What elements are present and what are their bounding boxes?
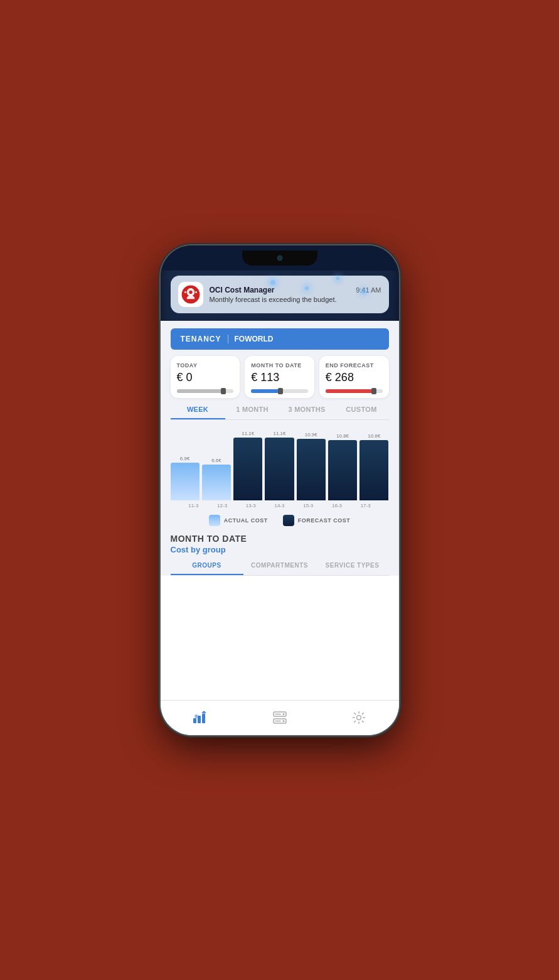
tenancy-value: FOWORLD bbox=[235, 335, 274, 343]
mtd-subtitle: Cost by group bbox=[171, 545, 389, 554]
chart-bar-16-3: 10.8€ bbox=[328, 425, 357, 500]
tab-groups[interactable]: GROUPS bbox=[171, 562, 243, 575]
bar-14-3 bbox=[265, 438, 294, 500]
app-icon bbox=[178, 282, 203, 307]
svg-rect-7 bbox=[195, 291, 197, 293]
chart-x-labels: 11-3 12-3 13-3 14-3 15-3 16-3 17-3 bbox=[181, 503, 379, 509]
notification-message: Monthly forecast is exceeding the budget… bbox=[210, 296, 381, 303]
bar-label-13-3: 11.1€ bbox=[242, 431, 254, 436]
x-label-11-3: 11-3 bbox=[181, 503, 207, 509]
cost-card-forecast-label: END FORECAST bbox=[326, 362, 383, 369]
cost-card-today-label: TODAY bbox=[177, 362, 234, 369]
notification-card: OCI Cost Manager 9:41 AM Monthly forecas… bbox=[171, 276, 389, 313]
bar-17-3 bbox=[359, 440, 388, 500]
phone-notch bbox=[242, 250, 317, 266]
chart-bar-17-3: 10.8€ bbox=[359, 425, 388, 500]
mtd-section: MONTH TO DATE Cost by group bbox=[161, 526, 399, 557]
tab-3months[interactable]: 3 MONTHS bbox=[280, 406, 334, 419]
x-label-17-3: 17-3 bbox=[353, 503, 379, 509]
chart-bar-12-3: 6.6€ bbox=[202, 425, 231, 500]
x-label-12-3: 12-3 bbox=[209, 503, 235, 509]
phone-notch-area bbox=[161, 245, 399, 271]
svg-point-15 bbox=[282, 713, 284, 715]
cost-card-today-value: € 0 bbox=[177, 371, 234, 384]
tenancy-label: TENANCY bbox=[181, 335, 221, 343]
tab-custom[interactable]: CUSTOM bbox=[334, 406, 389, 419]
bar-label-17-3: 10.8€ bbox=[368, 433, 380, 439]
notification-app-name: OCI Cost Manager bbox=[210, 286, 275, 294]
bar-label-11-3: 6.9€ bbox=[180, 456, 190, 461]
x-label-15-3: 15-3 bbox=[295, 503, 321, 509]
chart-bar-13-3: 11.1€ bbox=[233, 425, 262, 500]
chart-bar-14-3: 11.1€ bbox=[265, 425, 294, 500]
legend-actual: ACTUAL COST bbox=[209, 515, 268, 526]
cost-card-forecast: END FORECAST € 268 bbox=[319, 356, 389, 398]
tenancy-bar[interactable]: TENANCY FOWORLD bbox=[171, 328, 389, 350]
svg-rect-10 bbox=[202, 714, 205, 723]
bar-16-3 bbox=[328, 440, 357, 500]
svg-text:€: € bbox=[195, 714, 197, 718]
svg-point-19 bbox=[357, 716, 361, 720]
progress-fill-mtd bbox=[251, 389, 282, 393]
tab-service-types[interactable]: SERVICE TYPES bbox=[316, 562, 389, 575]
time-tabs: WEEK 1 MONTH 3 MONTHS CUSTOM bbox=[171, 406, 389, 419]
cost-card-mtd-label: MONTH TO DATE bbox=[251, 362, 308, 369]
legend-dot-forecast bbox=[283, 515, 294, 526]
chart-bar-11-3: 6.9€ bbox=[171, 425, 200, 500]
app-top-spacing bbox=[161, 321, 399, 328]
bar-label-12-3: 6.6€ bbox=[211, 458, 221, 463]
cost-card-today: TODAY € 0 bbox=[171, 356, 240, 398]
tab-compartments[interactable]: COMPARTMENTS bbox=[243, 562, 316, 575]
progress-bar-today bbox=[177, 389, 234, 393]
bar-label-16-3: 10.8€ bbox=[336, 433, 349, 439]
nav-item-resources[interactable] bbox=[240, 709, 319, 726]
bar-11-3 bbox=[171, 463, 200, 500]
svg-rect-6 bbox=[184, 291, 186, 293]
chart-legend: ACTUAL COST FORECAST COST bbox=[171, 515, 389, 526]
progress-fill-today bbox=[177, 389, 225, 393]
legend-forecast: FORECAST COST bbox=[283, 515, 351, 526]
tab-week[interactable]: WEEK bbox=[171, 406, 225, 419]
x-label-13-3: 13-3 bbox=[238, 503, 264, 509]
svg-rect-4 bbox=[189, 288, 191, 290]
x-label-14-3: 14-3 bbox=[267, 503, 293, 509]
chart-bar-15-3: 10.9€ bbox=[297, 425, 326, 500]
tab-1month[interactable]: 1 MONTH bbox=[225, 406, 280, 419]
notification-header: OCI Cost Manager 9:41 AM bbox=[210, 286, 381, 294]
chart-container: 6.9€ 6.6€ 11.1€ 11.1€ 10.9€ bbox=[171, 425, 389, 500]
cost-card-forecast-value: € 268 bbox=[326, 371, 383, 384]
content-area bbox=[161, 576, 399, 700]
mtd-title: MONTH TO DATE bbox=[171, 534, 389, 544]
bar-15-3 bbox=[297, 439, 326, 500]
notification-content: OCI Cost Manager 9:41 AM Monthly forecas… bbox=[210, 286, 381, 303]
legend-dot-actual bbox=[209, 515, 220, 526]
cost-card-mtd-value: € 113 bbox=[251, 371, 308, 384]
settings-nav-icon bbox=[351, 709, 367, 726]
cost-cards: TODAY € 0 MONTH TO DATE € 113 END FORECA… bbox=[171, 356, 389, 398]
nav-item-settings[interactable] bbox=[319, 709, 399, 726]
progress-bar-mtd bbox=[251, 389, 308, 393]
group-tabs: GROUPS COMPARTMENTS SERVICE TYPES bbox=[171, 562, 389, 575]
x-label-16-3: 16-3 bbox=[324, 503, 350, 509]
nav-item-dashboard[interactable]: € bbox=[161, 709, 240, 726]
chart-area: 6.9€ 6.6€ 11.1€ 11.1€ 10.9€ bbox=[161, 420, 399, 509]
bottom-nav: € bbox=[161, 700, 399, 735]
bar-label-15-3: 10.9€ bbox=[305, 432, 317, 438]
server-nav-icon bbox=[272, 709, 288, 726]
bar-12-3 bbox=[202, 465, 231, 500]
svg-rect-5 bbox=[189, 294, 191, 296]
bar-13-3 bbox=[233, 438, 262, 500]
svg-point-3 bbox=[189, 290, 192, 293]
phone-device: OCI Cost Manager 9:41 AM Monthly forecas… bbox=[161, 245, 399, 735]
progress-fill-forecast bbox=[326, 389, 376, 393]
notification-time: 9:41 AM bbox=[356, 286, 381, 294]
legend-label-forecast: FORECAST COST bbox=[298, 517, 351, 524]
svg-point-16 bbox=[282, 720, 284, 722]
bar-label-14-3: 11.1€ bbox=[273, 431, 285, 436]
front-camera bbox=[277, 255, 283, 261]
chart-nav-icon: € bbox=[192, 709, 208, 726]
progress-bar-forecast bbox=[326, 389, 383, 393]
svg-rect-8 bbox=[193, 718, 196, 723]
notification-area: OCI Cost Manager 9:41 AM Monthly forecas… bbox=[161, 271, 399, 321]
legend-label-actual: ACTUAL COST bbox=[224, 517, 268, 524]
